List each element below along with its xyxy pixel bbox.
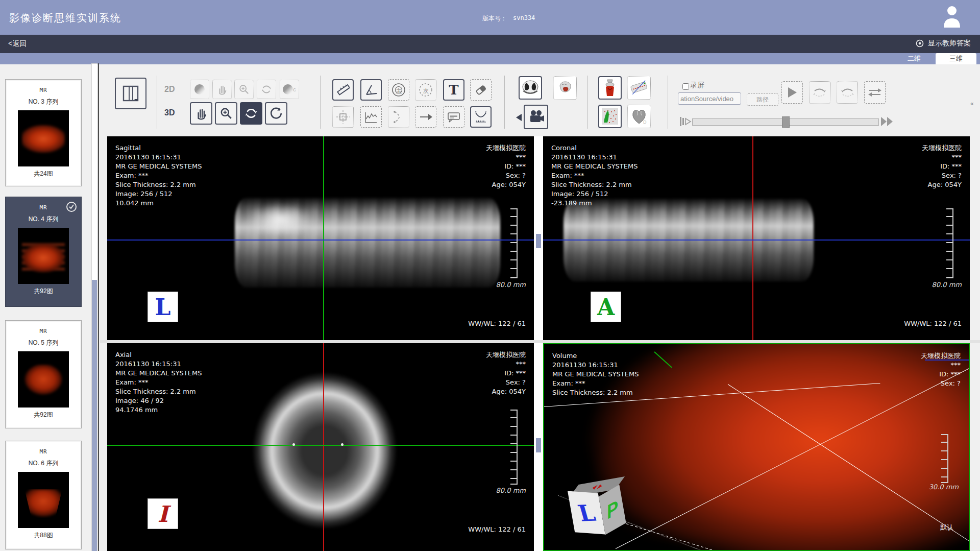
- scale-label: 80.0 mm: [932, 281, 962, 289]
- rotate-3d-button-active[interactable]: [240, 102, 262, 125]
- preset-heart-button[interactable]: D: [627, 105, 651, 128]
- series-card-no6[interactable]: MR NO. 6 序列 共88图: [5, 441, 82, 549]
- pan-3d-button[interactable]: [190, 102, 212, 125]
- slice-thickness: Slice Thickness: 2.2 mm: [551, 180, 638, 189]
- orientation-letter: I: [158, 501, 168, 527]
- patient-age: Age: 054Y: [486, 180, 526, 189]
- measure-length-button[interactable]: [332, 79, 354, 101]
- patient-sex: Sex: ?: [922, 171, 962, 180]
- crosshair-horizontal-blue[interactable]: [107, 239, 534, 241]
- rotate-right-icon: [813, 87, 826, 98]
- viewport-sagittal[interactable]: Sagittal 20161130 16:15:31 MR GE MEDICAL…: [107, 136, 534, 340]
- viewport-column-splitter[interactable]: [534, 136, 543, 551]
- crosshair-vertical-red[interactable]: [323, 343, 324, 551]
- series-card-no3[interactable]: MR NO. 3 序列 共24图: [5, 79, 82, 186]
- patient-age: Age: 054Y: [486, 387, 526, 396]
- arrow-annotation-button[interactable]: [415, 106, 436, 128]
- splitter-handle[interactable]: [536, 234, 541, 248]
- text-tool-icon: T: [449, 82, 458, 98]
- collapse-chevron-icon[interactable]: «: [970, 100, 974, 107]
- series-name: NO. 6 序列: [6, 459, 81, 468]
- play-icon: [787, 86, 798, 99]
- hand-icon: [216, 84, 228, 95]
- view-title: Axial: [115, 350, 202, 360]
- path-button[interactable]: 路径: [747, 93, 778, 106]
- crosshair-horizontal-green[interactable]: [107, 445, 534, 446]
- rotate-left-anim-button[interactable]: [837, 81, 858, 104]
- slice-position: 10.042 mm: [115, 199, 202, 208]
- roi-box-button[interactable]: [332, 106, 354, 128]
- preset-slice-button[interactable]: [627, 76, 651, 100]
- record-animation-button[interactable]: [524, 105, 548, 129]
- preset-default-label: 默认: [940, 523, 953, 532]
- marker-dot: [292, 443, 295, 446]
- show-teacher-answer-button[interactable]: 显示教师答案: [915, 39, 971, 48]
- comment-button[interactable]: [443, 106, 464, 128]
- hospital-name: 天堰模拟医院: [922, 143, 962, 153]
- play-animation-button[interactable]: [781, 81, 803, 104]
- angle-icon: [364, 83, 378, 97]
- series-count: 共92图: [6, 287, 81, 296]
- user-avatar-icon[interactable]: [941, 4, 963, 29]
- crosshair-horizontal-blue[interactable]: [543, 239, 970, 241]
- zoom-3d-button[interactable]: [215, 102, 237, 125]
- slider-end-icon[interactable]: [880, 115, 895, 128]
- series-modality: MR: [6, 328, 81, 334]
- series-thumbnail: [18, 228, 69, 284]
- wwwl-cycle-2d-button[interactable]: c: [280, 80, 299, 99]
- record-screen-checkbox[interactable]: [682, 83, 689, 90]
- series-card-no4-selected[interactable]: MR NO. 4 序列 共92图: [5, 197, 82, 307]
- exam-label: Exam: ***: [115, 378, 202, 387]
- viewport-coronal[interactable]: Coronal 20161130 16:15:31 MR GE MEDICAL …: [543, 136, 970, 340]
- slice-thickness: Slice Thickness: 2.2 mm: [115, 180, 202, 189]
- crosshair-vertical-red[interactable]: [752, 136, 753, 340]
- rotate-2d-button[interactable]: [257, 80, 276, 99]
- series-card-no5[interactable]: MR NO. 5 序列 共92图: [5, 320, 82, 428]
- mpr-capture-button[interactable]: [519, 76, 542, 100]
- sidebar-scrollbar-thumb[interactable]: [92, 280, 97, 551]
- pan-2d-button[interactable]: [212, 80, 232, 99]
- version-label: 版本号：: [482, 14, 507, 23]
- tab-2d[interactable]: 二维: [895, 53, 933, 64]
- crosshair-vertical-green[interactable]: [323, 136, 324, 340]
- curved-measure-button[interactable]: [470, 106, 492, 128]
- video-path-input[interactable]: [678, 92, 741, 105]
- tab-3d[interactable]: 三维: [936, 53, 976, 64]
- text-annotation-button[interactable]: T: [443, 79, 464, 101]
- patient-id: ID: ***: [922, 162, 962, 171]
- animation-slider-thumb[interactable]: [782, 116, 790, 128]
- profile-curve-button[interactable]: [360, 106, 382, 128]
- study-datetime: 20161130 16:15:31: [115, 153, 202, 162]
- preset-muscle-button[interactable]: [598, 76, 622, 100]
- rotate-right-anim-button[interactable]: [809, 81, 830, 104]
- eraser-button[interactable]: [470, 79, 492, 101]
- viewport-axial[interactable]: Axial 20161130 16:15:31 MR GE MEDICAL SY…: [107, 343, 534, 551]
- roi-main-button[interactable]: 主: [388, 79, 409, 101]
- splitter-handle[interactable]: [536, 438, 541, 452]
- exam-label: Exam: ***: [552, 379, 639, 388]
- dicom-info-right: 天堰模拟医院 *** ID: *** Sex: ? Age: 054Y: [486, 143, 526, 189]
- sub-nav-bar: <返回 显示教师答案: [0, 35, 980, 53]
- preset-segmentation-button[interactable]: [598, 105, 622, 128]
- eye-icon: [915, 39, 924, 47]
- spline-button[interactable]: [388, 106, 409, 128]
- hospital-name: 天堰模拟医院: [921, 351, 961, 361]
- back-button[interactable]: <返回: [8, 39, 27, 49]
- orientation-letter-box: I: [148, 498, 178, 529]
- zoom-2d-button[interactable]: [234, 80, 254, 99]
- slice-thickness: Slice Thickness: 2.2 mm: [115, 387, 202, 396]
- reset-view-button[interactable]: [265, 102, 287, 125]
- measure-angle-button[interactable]: [360, 79, 382, 101]
- show-teacher-answer-label: 显示教师答案: [928, 39, 971, 48]
- layout-selector-button[interactable]: [115, 78, 146, 109]
- viewport-volume[interactable]: Volume 20161130 16:15:31 MR GE MEDICAL S…: [543, 343, 970, 551]
- viewport-row-splitter[interactable]: [100, 340, 980, 343]
- dicom-info-right: 天堰模拟医院 *** ID: *** Sex: ? Age: 054Y: [486, 350, 526, 396]
- view-title: Sagittal: [115, 143, 202, 153]
- orientation-cube[interactable]: L P: [566, 478, 636, 545]
- wwwl-2d-button[interactable]: [190, 80, 209, 99]
- swing-anim-button[interactable]: [864, 81, 886, 104]
- roi-secondary-button[interactable]: 次: [415, 79, 436, 101]
- volume-capture-button[interactable]: [553, 76, 577, 100]
- slider-start-icon[interactable]: [679, 116, 692, 127]
